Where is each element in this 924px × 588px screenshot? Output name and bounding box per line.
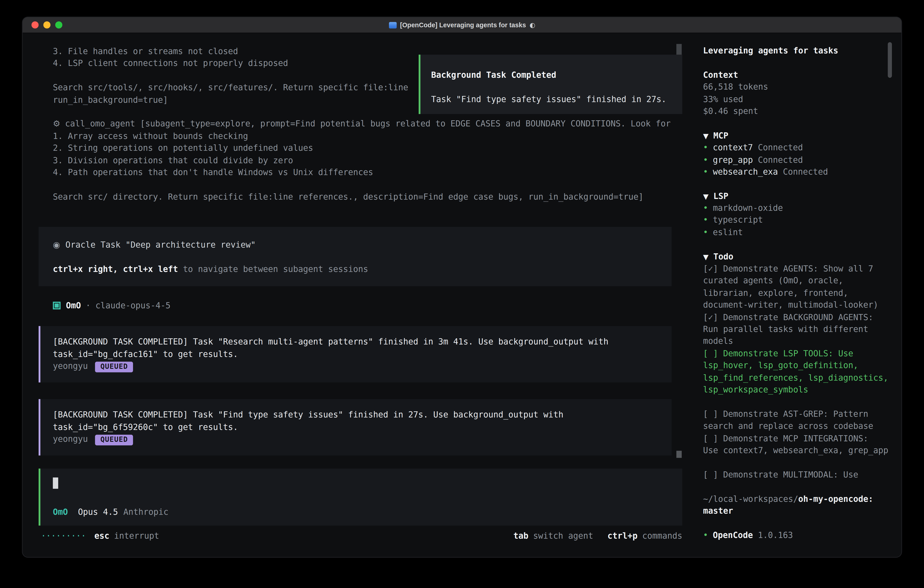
esc-keyhint: esc <box>94 530 109 542</box>
bullet-icon: • <box>703 167 708 177</box>
todo-item: [ ] Demonstrate MULTIMODAL: Use <box>703 468 894 481</box>
collapse-icon: ▼ <box>703 132 708 140</box>
commands-keyhint-label: commands <box>642 530 682 542</box>
message-line: [BACKGROUND TASK COMPLETED] Task "Find t… <box>53 409 672 421</box>
message-author: yeongyu <box>53 361 88 371</box>
zoom-button[interactable] <box>55 21 62 28</box>
minimize-button[interactable] <box>43 21 51 28</box>
agent-name: OmO <box>66 299 81 312</box>
lsp-item: •markdown-oxide <box>703 202 894 214</box>
tab-keyhint-label: switch agent <box>533 530 593 542</box>
bullet-icon: • <box>703 530 708 540</box>
toast-title: Background Task Completed <box>431 69 672 81</box>
context-heading: Context <box>703 69 894 81</box>
lsp-section-header[interactable]: ▼LSP <box>703 190 894 202</box>
message-author: yeongyu <box>53 434 88 444</box>
lsp-item: •typescript <box>703 214 894 226</box>
tool-call-footer: Search src/ directory. Return specific f… <box>39 190 694 203</box>
gear-icon: ⚙ <box>53 119 60 129</box>
tool-call-line: 1. Array access without bounds checking <box>39 130 694 142</box>
session-title: Leveraging agents for tasks <box>703 45 894 57</box>
traffic-lights <box>31 21 62 28</box>
tool-call-line: 2. String operations on potentially unde… <box>39 142 694 154</box>
message-block: [BACKGROUND TASK COMPLETED] Task "Find t… <box>39 399 672 456</box>
commands-keyhint: ctrl+p <box>607 530 637 542</box>
mcp-section-header[interactable]: ▼MCP <box>703 129 894 141</box>
todo-item: [ ] Demonstrate AST-GREP: Pattern search… <box>703 408 894 432</box>
message-meta: yeongyuQUEUED <box>53 360 672 372</box>
sidebar-scrollbar-thumb[interactable] <box>888 42 892 78</box>
collapse-icon: ▼ <box>703 192 708 201</box>
background-task-toast: Background Task Completed Task "Find typ… <box>419 55 682 114</box>
window-title: [OpenCode] Leveraging agents for tasks <box>400 21 526 28</box>
text-cursor <box>53 478 58 489</box>
queued-badge: QUEUED <box>95 435 133 446</box>
message-line: task_id="bg_dcfac161" to get results. <box>53 348 672 360</box>
input-model-name: Opus 4.5 <box>78 506 118 518</box>
workspace-branch: master <box>703 505 894 517</box>
tool-call-header: ⚙call_omo_agent [subagent_type=explore, … <box>39 118 694 130</box>
terminal-main: 3. File handles or streams not closed 4.… <box>23 33 694 557</box>
bullet-icon: • <box>703 215 708 225</box>
subagent-nav-hint: ctrl+x right, ctrl+x left to navigate be… <box>53 263 657 275</box>
workspace-path: ~/local-workspaces/oh-my-opencode: <box>703 493 894 505</box>
session-progress-icon: ◐ <box>530 21 535 29</box>
bullet-icon: • <box>703 155 708 164</box>
tab-keyhint: tab <box>513 530 528 542</box>
context-spent: $0.46 spent <box>703 105 894 117</box>
input-provider-name: Anthropic <box>124 506 168 518</box>
context-used: 33% used <box>703 93 894 105</box>
status-bar: ········· esc interrupt tab switch agent… <box>39 530 682 542</box>
todo-item: [ ] Demonstrate LSP TOOLS: Use lsp_hover… <box>703 347 894 396</box>
bullet-icon: • <box>703 203 708 213</box>
toast-body: Task "Find type safety issues" finished … <box>431 93 672 105</box>
close-button[interactable] <box>31 21 38 28</box>
agent-model: claude-opus-4-5 <box>96 299 170 312</box>
message-line: [BACKGROUND TASK COMPLETED] Task "Resear… <box>53 336 672 348</box>
collapse-icon: ▼ <box>703 253 708 261</box>
version-row: •OpenCode 1.0.163 <box>703 529 894 541</box>
app-icon <box>389 21 396 28</box>
bullet-icon: • <box>703 227 708 237</box>
prompt-input[interactable]: OmO Opus 4.5 Anthropic <box>39 469 682 526</box>
oracle-task-title: ◉Oracle Task "Deep architecture review" <box>53 239 657 251</box>
agent-icon <box>53 302 61 309</box>
todo-item: [ ] Demonstrate MCP INTEGRATIONS: Use co… <box>703 432 894 457</box>
todo-item: [✓] Demonstrate BACKGROUND AGENTS: Run p… <box>703 311 894 347</box>
screen: [OpenCode] Leveraging agents for tasks ◐… <box>0 0 924 588</box>
titlebar: [OpenCode] Leveraging agents for tasks ◐ <box>23 17 901 33</box>
status-left: ········· esc interrupt <box>41 530 159 542</box>
message-meta: yeongyuQUEUED <box>53 433 672 445</box>
window-title-group: [OpenCode] Leveraging agents for tasks ◐ <box>23 17 901 33</box>
input-footer: OmO Opus 4.5 Anthropic <box>53 506 682 518</box>
input-agent-name: OmO <box>53 506 68 518</box>
spinner-icon: ········· <box>41 530 86 542</box>
message-line: task_id="bg_6f59260c" to get results. <box>53 421 672 433</box>
mcp-item: •websearch_exa Connected <box>703 165 894 178</box>
main-scrollbar-mark[interactable] <box>676 451 682 458</box>
separator-dot: · <box>86 299 91 312</box>
status-right: tab switch agent ctrl+p commands <box>513 530 682 542</box>
tool-call-line: 4. Path operations that don't handle Win… <box>39 166 694 178</box>
agent-header: OmO · claude-opus-4-5 <box>39 299 694 312</box>
oracle-icon: ◉ <box>53 240 60 249</box>
bullet-icon: • <box>703 142 708 152</box>
oracle-task-panel: ◉Oracle Task "Deep architecture review" … <box>39 227 672 286</box>
mcp-item: •context7 Connected <box>703 141 894 154</box>
opencode-window: [OpenCode] Leveraging agents for tasks ◐… <box>22 17 902 558</box>
todo-item: [✓] Demonstrate AGENTS: Show all 7 curat… <box>703 263 894 311</box>
tool-call-line: 3. Division operations that could divide… <box>39 154 694 166</box>
lsp-item: •eslint <box>703 226 894 238</box>
todo-section-header[interactable]: ▼Todo <box>703 250 894 263</box>
context-tokens: 66,518 tokens <box>703 81 894 93</box>
esc-keyhint-label: interrupt <box>114 530 159 542</box>
mcp-item: •grep_app Connected <box>703 154 894 165</box>
queued-badge: QUEUED <box>95 362 133 372</box>
sidebar: Leveraging agents for tasks Context 66,5… <box>694 33 901 557</box>
message-block: [BACKGROUND TASK COMPLETED] Task "Resear… <box>39 326 672 383</box>
